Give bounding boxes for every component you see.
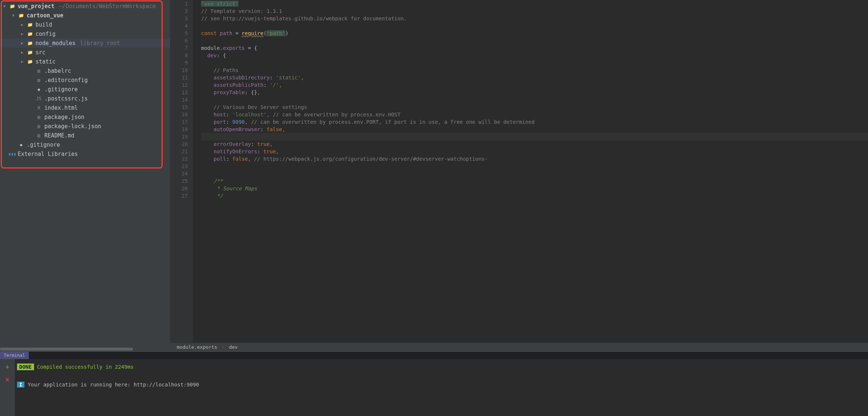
- line-number[interactable]: 2: [174, 7, 188, 15]
- tree-item-package-json[interactable]: ▤package.json: [0, 112, 170, 122]
- code-line[interactable]: [201, 96, 868, 103]
- code-line[interactable]: */: [201, 192, 868, 200]
- line-number[interactable]: 13: [174, 89, 188, 96]
- code-line[interactable]: proxyTable: {},: [201, 89, 868, 96]
- code-line[interactable]: errorOverlay: true,: [201, 140, 868, 148]
- code-line[interactable]: [201, 22, 868, 30]
- line-number[interactable]: 6: [174, 37, 188, 44]
- code-line[interactable]: // Various Dev Server settings: [201, 103, 868, 111]
- code-line[interactable]: host: 'localhost', // can be overwritten…: [201, 111, 868, 118]
- tree-item--gitignore[interactable]: ◆.gitignore: [0, 140, 170, 149]
- project-tree[interactable]: 📁vue_project~/Documents/WebStormWorkspac…: [0, 0, 170, 348]
- git-icon: ◆: [35, 86, 42, 92]
- expand-arrow-icon[interactable]: [11, 13, 16, 17]
- code-line[interactable]: [201, 133, 868, 140]
- code-line[interactable]: dev: {: [201, 52, 868, 59]
- tree-item-vue-project[interactable]: 📁vue_project~/Documents/WebStormWorkspac…: [0, 1, 170, 11]
- code-line[interactable]: assetsSubDirectory: 'static',: [201, 74, 868, 81]
- code-line[interactable]: * Source Maps: [201, 185, 868, 192]
- line-number[interactable]: 8: [174, 52, 188, 59]
- line-number[interactable]: 14: [174, 96, 188, 103]
- line-number[interactable]: 15: [174, 103, 188, 111]
- tree-item-build[interactable]: 📁build: [0, 20, 170, 29]
- fold-column[interactable]: [193, 0, 200, 342]
- line-number[interactable]: 26: [174, 185, 188, 192]
- expand-arrow-icon[interactable]: [20, 32, 24, 36]
- tree-label: .editorconfig: [44, 77, 88, 83]
- tree-item-readme-md[interactable]: ▤README.md: [0, 131, 170, 140]
- code-line[interactable]: module.exports = {: [201, 44, 868, 52]
- expand-arrow-icon[interactable]: [20, 59, 24, 64]
- code-line[interactable]: port: 9090, // can be overwritten by pro…: [201, 118, 868, 126]
- tree-item-node-modules[interactable]: 📁node_moduleslibrary root: [0, 38, 170, 48]
- breadcrumb-item[interactable]: module.exports: [177, 344, 217, 350]
- breadcrumb-item[interactable]: dev: [229, 344, 237, 350]
- line-number[interactable]: 3: [174, 15, 188, 22]
- terminal-output[interactable]: DONE Compiled successfully in 2249ms I Y…: [15, 359, 868, 416]
- tree-item--babelrc[interactable]: ▤.babelrc: [0, 66, 170, 75]
- line-number[interactable]: 23: [174, 163, 188, 170]
- code-line[interactable]: 'use strict': [201, 0, 868, 7]
- line-number[interactable]: 11: [174, 74, 188, 81]
- line-gutter[interactable]: 1234567891011121314151617181920212223242…: [170, 0, 193, 342]
- code-line[interactable]: // see http://vuejs-templates.github.io/…: [201, 15, 868, 22]
- info-badge: I: [17, 382, 24, 388]
- code-line[interactable]: poll: false, // https://webpack.js.org/c…: [201, 155, 868, 163]
- sidebar-scrollbar[interactable]: [0, 348, 170, 351]
- line-number[interactable]: 1: [174, 0, 188, 7]
- line-number[interactable]: 16: [174, 111, 188, 118]
- scrollbar-thumb[interactable]: [0, 348, 133, 351]
- line-number[interactable]: 7: [174, 44, 188, 52]
- code-line[interactable]: // Template version: 1.3.1: [201, 7, 868, 15]
- expand-arrow-icon[interactable]: [20, 50, 24, 54]
- line-number[interactable]: 10: [174, 67, 188, 74]
- add-terminal-icon[interactable]: +: [4, 363, 11, 370]
- libs-icon: ▮▮▮: [9, 151, 16, 157]
- line-number[interactable]: 4: [174, 22, 188, 30]
- tree-item-src[interactable]: 📁src: [0, 48, 170, 57]
- tree-item-static[interactable]: 📁static: [0, 57, 170, 66]
- code-line[interactable]: /**: [201, 177, 868, 185]
- line-number[interactable]: 9: [174, 59, 188, 67]
- tree-label: .postcssrc.js: [44, 95, 88, 102]
- tree-item-package-lock-json[interactable]: ▤package-lock.json: [0, 122, 170, 131]
- folder-icon: 📁: [9, 3, 16, 9]
- tree-item-config[interactable]: 📁config: [0, 29, 170, 38]
- tree-item-external-libraries[interactable]: ▮▮▮External Libraries: [0, 149, 170, 158]
- tree-item-index-html[interactable]: Hindex.html: [0, 103, 170, 112]
- folder-icon: 📁: [27, 40, 33, 46]
- expand-arrow-icon[interactable]: [20, 41, 24, 45]
- line-number[interactable]: 22: [174, 155, 188, 163]
- code-line[interactable]: [201, 170, 868, 177]
- line-number[interactable]: 20: [174, 140, 188, 148]
- tree-item--gitignore[interactable]: ◆.gitignore: [0, 85, 170, 94]
- code-content[interactable]: 'use strict'// Template version: 1.3.1//…: [200, 0, 868, 342]
- code-line[interactable]: const path = require('path'): [201, 30, 868, 37]
- code-line[interactable]: // Paths: [201, 67, 868, 74]
- code-line[interactable]: assetsPublicPath: '/',: [201, 81, 868, 89]
- tree-item--postcssrc-js[interactable]: JS.postcssrc.js: [0, 94, 170, 103]
- breadcrumb[interactable]: module.exports › dev: [170, 342, 868, 351]
- tree-extra-label: library root: [80, 40, 120, 47]
- expand-arrow-icon[interactable]: [2, 4, 7, 8]
- code-line[interactable]: notifyOnErrors: true,: [201, 148, 868, 155]
- code-line[interactable]: [201, 59, 868, 67]
- line-number[interactable]: 24: [174, 170, 188, 177]
- tree-item--editorconfig[interactable]: ▤.editorconfig: [0, 75, 170, 85]
- line-number[interactable]: 12: [174, 81, 188, 89]
- tree-item-cartoon-vue[interactable]: 📁cartoon_vue: [0, 11, 170, 20]
- line-number[interactable]: 5: [174, 30, 188, 37]
- code-line[interactable]: [201, 37, 868, 44]
- line-number[interactable]: 25: [174, 177, 188, 185]
- tree-label: build: [35, 21, 52, 28]
- line-number[interactable]: 27: [174, 192, 188, 200]
- code-line[interactable]: [201, 163, 868, 170]
- line-number[interactable]: 21: [174, 148, 188, 155]
- line-number[interactable]: 19: [174, 133, 188, 140]
- close-terminal-icon[interactable]: ✕: [4, 375, 11, 383]
- terminal-tab[interactable]: Terminal: [0, 352, 29, 359]
- code-line[interactable]: autoOpenBrowser: false,: [201, 126, 868, 133]
- line-number[interactable]: 17: [174, 118, 188, 126]
- line-number[interactable]: 18: [174, 126, 188, 133]
- expand-arrow-icon[interactable]: [20, 23, 24, 27]
